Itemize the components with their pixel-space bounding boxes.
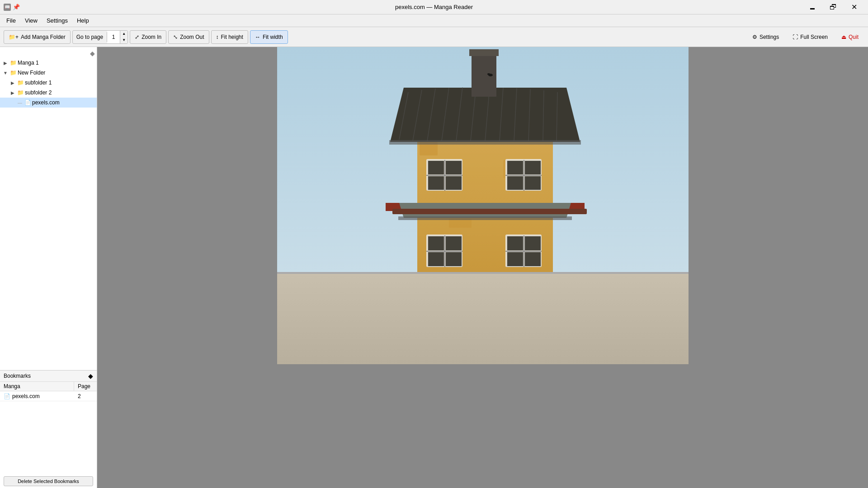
menu-help[interactable]: Help bbox=[72, 15, 94, 26]
file-tree: ◆ ▶ 📁 Manga 1 ▼ 📁 New Folder ▶ 📁 subfold… bbox=[0, 47, 97, 371]
manga-page-1 bbox=[277, 47, 689, 272]
manga-page-2 bbox=[277, 274, 689, 364]
tree-toggle-manga1[interactable]: ▶ bbox=[2, 59, 9, 66]
bookmark-row-0[interactable]: 📄 pexels.com 2 bbox=[0, 391, 97, 401]
svg-rect-48 bbox=[428, 252, 444, 266]
bookmarks-col-manga: Manga bbox=[0, 382, 74, 391]
bookmarks-table: Manga Page 📄 pexels.com 2 bbox=[0, 382, 97, 428]
svg-rect-41 bbox=[392, 209, 587, 214]
window-title: pexels.com — Manga Reader bbox=[395, 4, 473, 10]
close-button[interactable]: ✕ bbox=[844, 0, 864, 14]
fit-height-button[interactable]: ↕ Fit height bbox=[211, 30, 248, 44]
minimize-button[interactable]: 🗕 bbox=[802, 0, 823, 14]
title-bar-left: 📖 📌 bbox=[4, 4, 20, 11]
bookmark-cell-page-0: 2 bbox=[74, 392, 97, 400]
tree-item-pexels[interactable]: — 📄 pexels.com bbox=[0, 98, 97, 108]
tree-label-subfolder1: subfolder 1 bbox=[25, 80, 52, 86]
page-increment-button[interactable]: ▲ bbox=[120, 31, 127, 37]
add-folder-icon: 📁+ bbox=[9, 34, 19, 40]
app-icon: 📖 bbox=[4, 4, 11, 11]
fit-height-icon: ↕ bbox=[216, 34, 219, 40]
svg-point-59 bbox=[487, 73, 490, 75]
full-screen-icon: ⛶ bbox=[793, 34, 798, 40]
page-number-input[interactable] bbox=[107, 31, 120, 43]
svg-rect-60 bbox=[277, 274, 689, 364]
fit-width-icon: ↔ bbox=[255, 34, 260, 40]
quit-label: Quit bbox=[849, 34, 859, 40]
window-controls: 🗕 🗗 ✕ bbox=[802, 0, 864, 14]
tree-item-subfolder1[interactable]: ▶ 📁 subfolder 1 bbox=[0, 78, 97, 88]
folder-icon-subfolder1: 📁 bbox=[17, 80, 24, 86]
tree-item-new-folder[interactable]: ▼ 📁 New Folder bbox=[0, 68, 97, 78]
maximize-button[interactable]: 🗗 bbox=[823, 0, 844, 14]
svg-rect-27 bbox=[446, 161, 462, 174]
page-input-wrap bbox=[107, 31, 120, 43]
settings-label: Settings bbox=[760, 34, 779, 40]
toolbar: 📁+ Add Manga Folder Go to page ▲ ▼ ⤢ Zoo… bbox=[0, 27, 868, 47]
left-panel: ◆ ▶ 📁 Manga 1 ▼ 📁 New Folder ▶ 📁 subfold… bbox=[0, 47, 97, 488]
tree-label-manga1: Manga 1 bbox=[18, 60, 39, 66]
page-spinners: ▲ ▼ bbox=[120, 31, 127, 43]
svg-rect-46 bbox=[428, 236, 444, 250]
tree-label-new-folder: New Folder bbox=[18, 70, 45, 76]
svg-rect-28 bbox=[428, 176, 444, 190]
svg-rect-21 bbox=[389, 140, 581, 145]
building-image-svg bbox=[277, 47, 689, 272]
title-bar: 📖 📌 pexels.com — Manga Reader 🗕 🗗 ✕ bbox=[0, 0, 868, 14]
folder-icon-new-folder: 📁 bbox=[10, 70, 17, 76]
svg-rect-47 bbox=[446, 236, 462, 250]
svg-rect-26 bbox=[428, 161, 444, 174]
content-area[interactable] bbox=[97, 47, 868, 488]
tree-label-pexels: pexels.com bbox=[32, 99, 60, 106]
fit-height-label: Fit height bbox=[221, 34, 243, 40]
menu-settings[interactable]: Settings bbox=[42, 15, 72, 26]
quit-button[interactable]: ⏏ Quit bbox=[835, 30, 864, 44]
menu-file[interactable]: File bbox=[2, 15, 20, 26]
tree-item-subfolder2[interactable]: ▶ 📁 subfolder 2 bbox=[0, 88, 97, 98]
quit-icon: ⏏ bbox=[841, 34, 846, 40]
bookmark-manga-icon-0: 📄 bbox=[4, 393, 10, 399]
tree-item-manga1[interactable]: ▶ 📁 Manga 1 bbox=[0, 58, 97, 68]
tree-toggle-new-folder[interactable]: ▼ bbox=[2, 69, 9, 76]
go-to-page-label[interactable]: Go to page bbox=[73, 32, 107, 42]
svg-rect-40 bbox=[398, 216, 572, 220]
page-decrement-button[interactable]: ▼ bbox=[120, 37, 127, 43]
fit-width-button[interactable]: ↔ Fit width bbox=[250, 30, 288, 44]
tree-toggle-pexels: — bbox=[16, 99, 24, 106]
add-manga-folder-label: Add Manga Folder bbox=[21, 34, 66, 40]
zoom-out-button[interactable]: ⤡ Zoom Out bbox=[168, 30, 209, 44]
svg-rect-19 bbox=[472, 52, 496, 97]
svg-rect-35 bbox=[525, 161, 541, 174]
folder-icon-manga1: 📁 bbox=[10, 60, 17, 66]
bookmarks-header: Bookmarks ◆ bbox=[0, 371, 97, 382]
svg-rect-37 bbox=[525, 176, 541, 190]
svg-rect-20 bbox=[469, 49, 499, 56]
zoom-out-icon: ⤡ bbox=[173, 34, 178, 40]
menu-bar: File View Settings Help bbox=[0, 14, 868, 27]
add-manga-folder-button[interactable]: 📁+ Add Manga Folder bbox=[4, 30, 71, 44]
settings-button[interactable]: ⚙ Settings bbox=[746, 30, 785, 44]
bookmarks-table-header: Manga Page bbox=[0, 382, 97, 391]
bookmarks-col-page: Page bbox=[74, 382, 97, 391]
tree-toggle-subfolder1[interactable]: ▶ bbox=[9, 79, 16, 86]
svg-rect-34 bbox=[507, 161, 523, 174]
settings-icon: ⚙ bbox=[752, 34, 757, 40]
tree-toggle-subfolder2[interactable]: ▶ bbox=[9, 89, 16, 96]
main-area: ◆ ▶ 📁 Manga 1 ▼ 📁 New Folder ▶ 📁 subfold… bbox=[0, 47, 868, 488]
bookmarks-panel: Bookmarks ◆ Manga Page 📄 pexels.com 2 De… bbox=[0, 371, 97, 488]
page2-image-svg bbox=[277, 274, 689, 364]
svg-rect-56 bbox=[507, 252, 523, 266]
zoom-out-label: Zoom Out bbox=[180, 34, 204, 40]
delete-bookmarks-button[interactable]: Delete Selected Bookmarks bbox=[4, 476, 93, 486]
zoom-in-icon: ⤢ bbox=[135, 34, 139, 40]
toolbar-right: ⚙ Settings ⛶ Full Screen ⏏ Quit bbox=[746, 30, 864, 44]
full-screen-label: Full Screen bbox=[800, 34, 828, 40]
full-screen-button[interactable]: ⛶ Full Screen bbox=[787, 30, 834, 44]
menu-view[interactable]: View bbox=[20, 15, 42, 26]
zoom-in-button[interactable]: ⤢ Zoom In bbox=[130, 30, 166, 44]
bookmarks-pin-icon[interactable]: ◆ bbox=[88, 372, 93, 380]
go-to-page-group: Go to page ▲ ▼ bbox=[72, 30, 128, 44]
bookmarks-title: Bookmarks bbox=[4, 373, 31, 379]
tree-pin-icon: ◆ bbox=[90, 50, 95, 57]
file-icon-pexels: 📄 bbox=[24, 99, 31, 106]
